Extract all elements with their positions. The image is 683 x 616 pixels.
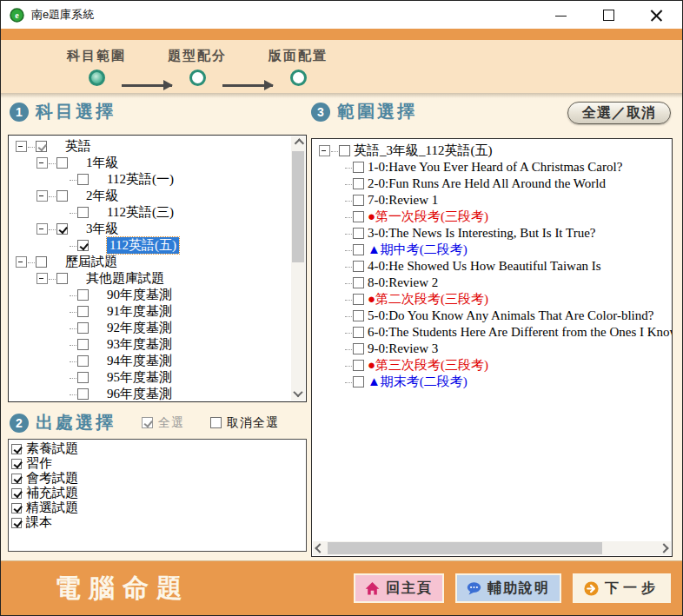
tree-item-label[interactable]: 96年度基測: [107, 386, 172, 401]
tree-item-label[interactable]: ▲期中考(二段考): [368, 242, 467, 258]
scrollbar-thumb[interactable]: [292, 151, 304, 262]
tree-item[interactable]: 英語: [14, 138, 288, 155]
deselect-all-checkbox-group[interactable]: 取消全選: [210, 415, 279, 431]
tree-item-checkbox[interactable]: [353, 211, 364, 222]
list-item[interactable]: 素養試題: [11, 441, 303, 456]
next-step-button[interactable]: 下一步: [573, 573, 671, 603]
select-toggle-all-button[interactable]: 全選／取消: [567, 102, 671, 124]
tree-item-checkbox[interactable]: [353, 162, 364, 173]
tree-item-label[interactable]: 94年度基測: [107, 353, 172, 369]
tree-item[interactable]: ●第三次段考(三段考): [317, 357, 668, 374]
tree-item-checkbox[interactable]: [353, 376, 364, 387]
tree-item[interactable]: 112英語(一): [14, 171, 288, 188]
tree-item-label[interactable]: 91年度基測: [107, 303, 172, 320]
tree-item[interactable]: 112英語(五): [14, 237, 288, 254]
list-item-checkbox[interactable]: [11, 518, 22, 528]
tree-item-label[interactable]: 2-0:Fun Runs Are Held All Around the Wor…: [368, 176, 606, 191]
tree-item-label[interactable]: 其他題庫試題: [86, 270, 164, 287]
tree-item-label[interactable]: 4-0:He Showed Us How Beautiful Taiwan Is: [368, 259, 601, 274]
tree-item-label[interactable]: 112英語(五): [107, 237, 179, 254]
tree-item-label[interactable]: 1-0:Have You Ever Heard of A Christmas C…: [368, 160, 622, 175]
help-button[interactable]: 輔助說明: [455, 573, 561, 603]
tree-item-label[interactable]: 英語_3年級_112英語(五): [354, 142, 492, 159]
list-item[interactable]: 習作: [11, 456, 303, 471]
tree-item-checkbox[interactable]: [353, 261, 364, 272]
tree-item-checkbox[interactable]: [56, 273, 68, 284]
tree-item-label[interactable]: 8-0:Review 2: [368, 275, 438, 290]
tree-item-label[interactable]: 歷屆試題: [65, 254, 117, 270]
tree-item[interactable]: 4-0:He Showed Us How Beautiful Taiwan Is: [317, 258, 668, 275]
list-item-checkbox[interactable]: [11, 488, 22, 499]
tree-item-label[interactable]: 5-0:Do You Know Any Animals That Are Col…: [368, 308, 653, 323]
tree-item[interactable]: 8-0:Review 2: [317, 275, 668, 291]
tree-item-checkbox[interactable]: [353, 195, 364, 206]
tree-item-checkbox[interactable]: [77, 289, 89, 301]
horizontal-scrollbar[interactable]: [313, 541, 671, 555]
tree-item-label[interactable]: 2年級: [86, 188, 119, 204]
tree-item-label[interactable]: ▲期末考(二段考): [368, 374, 467, 390]
tree-item-label[interactable]: 90年度基測: [107, 287, 172, 303]
select-all-checkbox-group[interactable]: 全選: [142, 415, 184, 431]
tree-item-checkbox[interactable]: [77, 339, 89, 350]
tree-item-checkbox[interactable]: [353, 244, 364, 255]
tree-item-checkbox[interactable]: [77, 240, 89, 251]
list-item[interactable]: 補充試題: [11, 486, 303, 500]
list-item-checkbox[interactable]: [11, 474, 22, 484]
expand-toggle-icon[interactable]: [36, 273, 48, 284]
tree-item-checkbox[interactable]: [353, 228, 364, 239]
list-item[interactable]: 會考試題: [11, 471, 303, 486]
scroll-down-button[interactable]: [291, 387, 305, 401]
tree-item-checkbox[interactable]: [56, 190, 68, 202]
tree-item-checkbox[interactable]: [56, 157, 68, 169]
tree-item-label[interactable]: 3-0:The News Is Interesting, But Is It T…: [368, 226, 595, 241]
tree-item-checkbox[interactable]: [77, 388, 89, 400]
tree-item-label[interactable]: 9-0:Review 3: [368, 341, 438, 356]
tree-item[interactable]: 95年度基測: [14, 369, 288, 386]
tree-item[interactable]: ▲期末考(二段考): [317, 374, 668, 390]
tree-item[interactable]: 6-0:The Students Here Are Different from…: [317, 324, 668, 341]
scroll-left-button[interactable]: [313, 541, 327, 555]
tree-item-label[interactable]: ●第二次段考(三段考): [368, 291, 488, 308]
expand-toggle-icon[interactable]: [319, 145, 330, 156]
scroll-up-button[interactable]: [291, 136, 305, 150]
tree-item[interactable]: 9-0:Review 3: [317, 341, 668, 357]
select-all-checkbox[interactable]: [142, 417, 153, 428]
tree-item-checkbox[interactable]: [77, 322, 89, 334]
tree-item[interactable]: 2年級: [14, 188, 288, 204]
tree-item-label[interactable]: ●第一次段考(三段考): [368, 209, 488, 225]
list-item-checkbox[interactable]: [11, 459, 22, 469]
tree-item-checkbox[interactable]: [77, 372, 89, 383]
tree-item[interactable]: 3年級: [14, 221, 288, 237]
tree-item[interactable]: 92年度基測: [14, 320, 288, 336]
tree-item[interactable]: 93年度基測: [14, 336, 288, 353]
tree-item-checkbox[interactable]: [77, 355, 89, 367]
vertical-scrollbar[interactable]: [291, 136, 305, 401]
tree-item-label[interactable]: 112英語(一): [107, 171, 174, 188]
expand-toggle-icon[interactable]: [36, 157, 48, 169]
tree-item-label[interactable]: 英語: [65, 138, 91, 155]
tree-item[interactable]: 歷屆試題: [14, 254, 288, 270]
tree-item-label[interactable]: ●第三次段考(三段考): [368, 357, 488, 374]
tree-item-label[interactable]: 95年度基測: [107, 369, 172, 386]
tree-item[interactable]: 90年度基測: [14, 287, 288, 303]
tree-item-checkbox[interactable]: [353, 178, 364, 189]
tree-item-checkbox[interactable]: [56, 223, 68, 235]
tree-item[interactable]: 其他題庫試題: [14, 270, 288, 287]
tree-item[interactable]: 5-0:Do You Know Any Animals That Are Col…: [317, 308, 668, 324]
tree-item-label[interactable]: 93年度基測: [107, 336, 172, 353]
close-button[interactable]: [650, 9, 663, 22]
tree-item[interactable]: 112英語(三): [14, 204, 288, 221]
tree-item-checkbox[interactable]: [36, 141, 47, 152]
list-item[interactable]: 課本: [11, 515, 303, 530]
expand-toggle-icon[interactable]: [36, 190, 48, 202]
minimize-button[interactable]: [554, 9, 567, 22]
expand-toggle-icon[interactable]: [16, 256, 27, 268]
tree-item-label[interactable]: 112英語(三): [107, 204, 174, 221]
tree-item-label[interactable]: 92年度基測: [107, 320, 172, 336]
tree-item[interactable]: ●第二次段考(三段考): [317, 291, 668, 308]
tree-item[interactable]: 2-0:Fun Runs Are Held All Around the Wor…: [317, 176, 668, 192]
tree-item-checkbox[interactable]: [353, 294, 364, 305]
tree-item-label[interactable]: 3年級: [86, 221, 119, 237]
tree-item-label[interactable]: 1年級: [86, 155, 119, 171]
tree-item-checkbox[interactable]: [339, 145, 350, 156]
